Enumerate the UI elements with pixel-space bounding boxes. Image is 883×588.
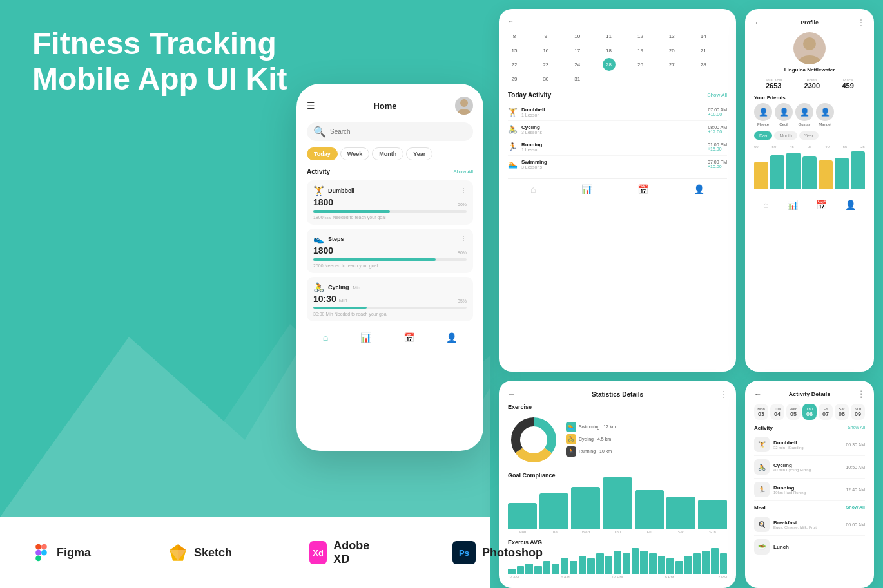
search-bar[interactable]: 🔍 <box>307 122 473 141</box>
legend-running: 🏃 Running 10 km <box>566 446 616 457</box>
today-activity-running: 🏃 Running 1 Lesson 01:00 PM +15.00 <box>508 138 727 156</box>
svg-point-2 <box>460 99 468 107</box>
tab-week[interactable]: Week <box>340 147 369 160</box>
goal-bar-sun: Sun <box>698 500 727 534</box>
day-sat[interactable]: Sat 08 <box>835 404 849 420</box>
profile-back-arrow[interactable]: ← <box>754 18 762 27</box>
stats-back-arrow[interactable]: ← <box>508 390 516 399</box>
breakfast-icon: 🍳 <box>754 517 770 532</box>
right-side: ← 8 9 10 11 12 13 14 15 16 17 18 19 20 2 <box>490 0 883 588</box>
phone-home-title: Home <box>373 101 396 111</box>
sketch-label: Sketch <box>194 546 232 560</box>
small-bar <box>702 551 710 574</box>
today-activity-title: Today Activity <box>508 91 551 99</box>
donut-section: 🏊 Swimming 12 km 🚴 Cycling 4.5 km 🏃 Runn… <box>508 414 727 466</box>
meal-show-all[interactable]: Show All <box>846 505 865 511</box>
activity-dumbbell: 🏋️ Dumbbell ⋮ 1800 50% 1800 kcal Needed … <box>307 180 473 225</box>
friend-manuel: 👤 Manuel <box>816 103 834 126</box>
cal-day: 20 <box>665 44 678 57</box>
stat-place: Place 459 <box>842 78 853 90</box>
stat-points: Points 2300 <box>804 78 820 90</box>
activity-detail-list-title: Activity <box>754 425 773 431</box>
cal-nav-home[interactable]: ⌂ <box>530 184 536 194</box>
calendar-grid: 8 9 10 11 12 13 14 15 16 17 18 19 20 21 … <box>508 30 727 85</box>
small-bar <box>587 558 595 574</box>
steps-more[interactable]: ⋮ <box>461 236 467 242</box>
show-all-link[interactable]: Show All <box>453 169 473 175</box>
prof-nav-stats[interactable]: 📊 <box>787 200 798 210</box>
tool-sketch: Sketch <box>168 543 232 562</box>
goal-bar-chart: Mon Tue Wed Thu <box>508 482 727 534</box>
exercise-section-title: Exercise <box>508 404 727 410</box>
goal-bar-fri: Fri <box>635 490 664 534</box>
nav-calendar-icon[interactable]: 📅 <box>403 332 414 343</box>
tab-today[interactable]: Today <box>307 147 338 160</box>
phone-nav: ⌂ 📊 📅 👤 <box>307 327 473 343</box>
today-dumbbell-icon: 🏋️ <box>508 108 518 117</box>
today-cycling-icon: 🚴 <box>508 125 518 134</box>
profile-more[interactable]: ⋮ <box>857 18 865 27</box>
period-tab-year[interactable]: Year <box>799 131 819 140</box>
nav-profile-icon[interactable]: 👤 <box>446 332 457 343</box>
cal-day: 28 <box>697 58 710 71</box>
act-detail-back[interactable]: ← <box>754 390 762 399</box>
act-detail-more[interactable]: ⋮ <box>857 390 865 399</box>
cal-day: 11 <box>603 30 616 43</box>
prof-nav-calendar[interactable]: 📅 <box>816 200 827 210</box>
top-row: ← 8 9 10 11 12 13 14 15 16 17 18 19 20 2 <box>490 0 883 372</box>
friend-avatar: 👤 <box>816 103 834 121</box>
today-show-all[interactable]: Show All <box>707 92 727 98</box>
period-tab-month[interactable]: Month <box>774 131 797 140</box>
chart-legend: 🏊 Swimming 12 km 🚴 Cycling 4.5 km 🏃 Runn… <box>566 422 616 459</box>
middle-row: ← Statistics Details ⋮ Exercise <box>490 372 883 588</box>
stats-more[interactable]: ⋮ <box>719 390 727 399</box>
small-bar <box>649 553 657 574</box>
svg-point-14 <box>41 550 47 556</box>
cycling-progress: 35% <box>313 307 467 309</box>
cycling-more[interactable]: ⋮ <box>461 284 467 290</box>
nav-home-icon[interactable]: ⌂ <box>323 332 328 343</box>
day-fri[interactable]: Fri 07 <box>819 404 833 420</box>
cal-header: ← <box>508 18 727 24</box>
cal-nav-stats[interactable]: 📊 <box>581 184 592 194</box>
activity-show-all[interactable]: Show All <box>848 425 865 431</box>
activity-steps: 👟 Steps ⋮ 1800 80% 2500 Needed to reach … <box>307 229 473 273</box>
cal-back-arrow[interactable]: ← <box>508 18 514 24</box>
day-wed[interactable]: Wed 05 <box>786 404 801 420</box>
svg-rect-10 <box>35 544 41 550</box>
day-tue[interactable]: Tue 04 <box>770 404 784 420</box>
tab-year[interactable]: Year <box>406 147 432 160</box>
activity-detail-header: ← Activity Details ⋮ <box>754 390 865 399</box>
friend-fleece: 👤 Fleece <box>754 103 772 126</box>
period-tab-day[interactable]: Day <box>754 131 772 140</box>
small-bar <box>675 561 683 574</box>
cal-nav-calendar[interactable]: 📅 <box>637 184 648 194</box>
prof-nav-profile[interactable]: 👤 <box>845 200 856 210</box>
small-bar <box>579 556 587 574</box>
photoshop-icon: Ps <box>452 541 476 564</box>
hamburger-icon[interactable]: ☰ <box>307 100 315 111</box>
cal-day: 12 <box>634 30 646 43</box>
cal-day-today[interactable]: 28 <box>603 58 616 71</box>
svg-rect-11 <box>41 544 47 550</box>
small-bar <box>623 553 630 574</box>
cal-nav-profile[interactable]: 👤 <box>694 184 704 194</box>
small-bar <box>570 561 577 574</box>
act-detail-cycling: 🚴 Cycling 40 min Cycling Riding 10:50 AM <box>754 456 865 479</box>
search-input[interactable] <box>330 128 467 135</box>
prof-nav-home[interactable]: ⌂ <box>763 200 768 210</box>
chart-bar <box>786 153 801 189</box>
cal-day: 13 <box>665 30 678 43</box>
friend-avatar: 👤 <box>795 103 813 121</box>
today-activity-header: Today Activity Show All <box>508 91 727 99</box>
cycling-needed: 30:00 Min Needed to reach your goal <box>313 312 467 316</box>
tab-month[interactable]: Month <box>372 147 403 160</box>
dumbbell-more[interactable]: ⋮ <box>461 187 467 194</box>
day-thu-selected[interactable]: Thu 06 <box>802 404 817 420</box>
nav-stats-icon[interactable]: 📊 <box>360 332 371 343</box>
day-sun[interactable]: Sun 09 <box>851 404 865 420</box>
day-mon[interactable]: Mon 03 <box>754 404 768 420</box>
activity-detail-list-header: Activity Show All <box>754 425 865 431</box>
today-activity-swimming: 🏊 Swimming 3 Lessons 07:00 PM +10.00 <box>508 156 727 173</box>
phone-mockup: ☰ Home 🔍 Today Week Month Year Activity … <box>296 84 483 451</box>
